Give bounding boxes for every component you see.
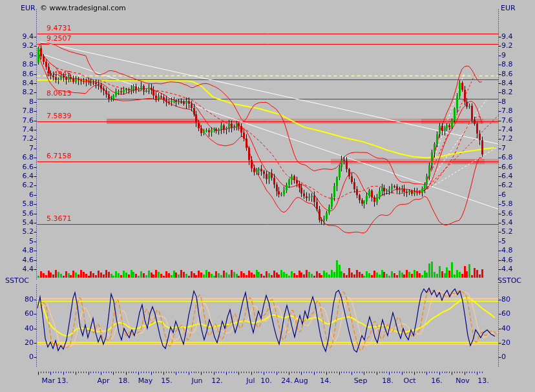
date-axis-label: Jun xyxy=(191,377,202,385)
price-axis-tick-label: 8.2 xyxy=(501,88,513,96)
price-axis-tick-label: 4.6 xyxy=(0,256,34,264)
sstoc-axis-tick-label: 20 xyxy=(501,339,510,347)
price-axis-tick-label: 8.4 xyxy=(0,79,34,87)
date-axis-label: 14. xyxy=(320,377,331,385)
date-axis-label: 18. xyxy=(382,377,393,385)
sstoc-axis-tick-label: 40 xyxy=(0,325,34,333)
price-axis-tick-label: 7 xyxy=(0,145,34,152)
date-axis-label: 10. xyxy=(260,377,272,385)
price-axis-tick-label: 4.4 xyxy=(501,265,513,273)
date-axis-label: Aug xyxy=(294,377,308,385)
date-axis-label: Apr xyxy=(97,377,109,385)
price-axis-tick-label: 6.6 xyxy=(501,163,513,171)
price-axis-tick-label: 7.6 xyxy=(0,117,34,125)
price-axis-tick-label: 4.6 xyxy=(501,256,513,264)
price-axis-tick-label: 7 xyxy=(501,145,506,152)
price-axis-tick-label: 8.2 xyxy=(0,88,34,96)
sstoc-axis-tick-label: 60 xyxy=(0,310,34,318)
level-price-label: 9.2507 xyxy=(47,35,72,43)
level-price-label: 6.7158 xyxy=(47,152,72,160)
price-axis-tick-label: 7.8 xyxy=(501,107,513,115)
price-axis-tick-label: 7.6 xyxy=(501,117,513,125)
sstoc-axis-tick-label: 0 xyxy=(0,353,34,361)
date-axis-label: Jul xyxy=(246,377,255,385)
price-axis-tick-label: 8.8 xyxy=(0,61,34,68)
copyright-watermark: © www.tradesignal.com xyxy=(40,5,126,12)
price-axis-tick-label: 6.2 xyxy=(0,181,34,189)
price-axis-tick-label: 5.6 xyxy=(501,210,513,218)
price-axis-tick-label: 8.6 xyxy=(0,70,34,78)
price-axis-unit-right: EUR xyxy=(501,5,516,12)
sstoc-panel-title-right: SSTOC xyxy=(498,277,521,285)
price-axis-tick-label: 7.2 xyxy=(501,135,513,143)
price-axis-tick-label: 9.4 xyxy=(0,33,34,41)
price-axis-tick-label: 7.2 xyxy=(0,135,34,143)
price-axis-tick-label: 4.8 xyxy=(501,247,513,254)
price-axis-tick-label: 8.8 xyxy=(501,61,513,68)
price-axis-tick-label: 9.2 xyxy=(501,42,513,50)
price-axis-tick-label: 6.6 xyxy=(0,163,34,171)
date-axis-label: 13. xyxy=(57,377,68,385)
date-axis-label: May xyxy=(138,377,153,385)
price-axis-tick-label: 5.8 xyxy=(0,200,34,208)
price-axis-tick-label: 8 xyxy=(0,98,34,106)
level-price-label: 5.3671 xyxy=(47,215,72,223)
price-axis-tick-label: 9.4 xyxy=(501,33,513,41)
date-axis-label: Mar xyxy=(42,377,56,385)
sstoc-axis-tick-label: 0 xyxy=(501,353,506,361)
price-axis-tick-label: 5.4 xyxy=(501,219,513,227)
sstoc-axis-tick-label: 40 xyxy=(501,325,510,333)
level-price-label: 8.0613 xyxy=(47,90,72,98)
price-axis-tick-label: 6.4 xyxy=(0,172,34,180)
price-axis-tick-label: 9.2 xyxy=(0,42,34,50)
sstoc-axis-tick-label: 80 xyxy=(0,296,34,304)
price-axis-tick-label: 5.4 xyxy=(0,219,34,227)
date-axis-label: 15. xyxy=(161,377,173,385)
date-axis-label: 12. xyxy=(211,377,223,385)
price-axis-tick-label: 7.8 xyxy=(0,107,34,115)
date-axis-label: 24. xyxy=(281,377,293,385)
price-axis-tick-label: 5.8 xyxy=(501,200,513,208)
level-price-label: 7.5839 xyxy=(47,112,72,120)
price-axis-tick-label: 4.8 xyxy=(0,247,34,254)
date-axis-label: 13. xyxy=(477,377,489,385)
price-axis-tick-label: 6.8 xyxy=(501,154,513,161)
date-axis-label: 16. xyxy=(431,377,443,385)
sstoc-axis-tick-label: 80 xyxy=(501,296,510,304)
sstoc-panel-title-left: SSTOC xyxy=(5,277,29,285)
level-price-label: 9.4731 xyxy=(47,25,72,32)
price-axis-tick-label: 5 xyxy=(501,238,506,245)
price-axis-tick-label: 5.2 xyxy=(501,228,513,236)
price-axis-tick-label: 6.8 xyxy=(0,154,34,161)
date-axis-label: Sep xyxy=(354,377,368,385)
sstoc-axis-tick-label: 20 xyxy=(0,339,34,347)
price-axis-tick-label: 8 xyxy=(501,98,506,106)
tradesignal-chart-window: EUR © www.tradesignal.com EUR SSTOC SSTO… xyxy=(0,0,535,392)
price-axis-unit-left: EUR xyxy=(21,5,36,12)
price-axis-tick-label: 6 xyxy=(0,191,34,199)
price-axis-tick-label: 5 xyxy=(0,238,34,245)
price-axis-tick-label: 4.4 xyxy=(0,265,34,273)
price-axis-tick-label: 8.4 xyxy=(501,79,513,87)
price-axis-tick-label: 7.4 xyxy=(0,126,34,134)
price-axis-tick-label: 9 xyxy=(0,52,34,59)
sstoc-axis-tick-label: 60 xyxy=(501,310,510,318)
price-axis-tick-label: 5.2 xyxy=(0,228,34,236)
date-axis-label: Oct xyxy=(403,377,415,385)
price-axis-tick-label: 5.6 xyxy=(0,210,34,218)
price-axis-tick-label: 9 xyxy=(501,52,506,59)
price-axis-tick-label: 8.6 xyxy=(501,70,513,78)
price-axis-tick-label: 6.4 xyxy=(501,172,513,180)
chart-canvas[interactable] xyxy=(0,0,535,392)
price-axis-tick-label: 6 xyxy=(501,191,506,199)
date-axis-label: 18. xyxy=(118,377,130,385)
price-axis-tick-label: 6.2 xyxy=(501,181,513,189)
date-axis-label: Nov xyxy=(456,377,469,385)
level-price-label: 8.4845 xyxy=(47,70,72,78)
price-axis-tick-label: 7.4 xyxy=(501,126,513,134)
